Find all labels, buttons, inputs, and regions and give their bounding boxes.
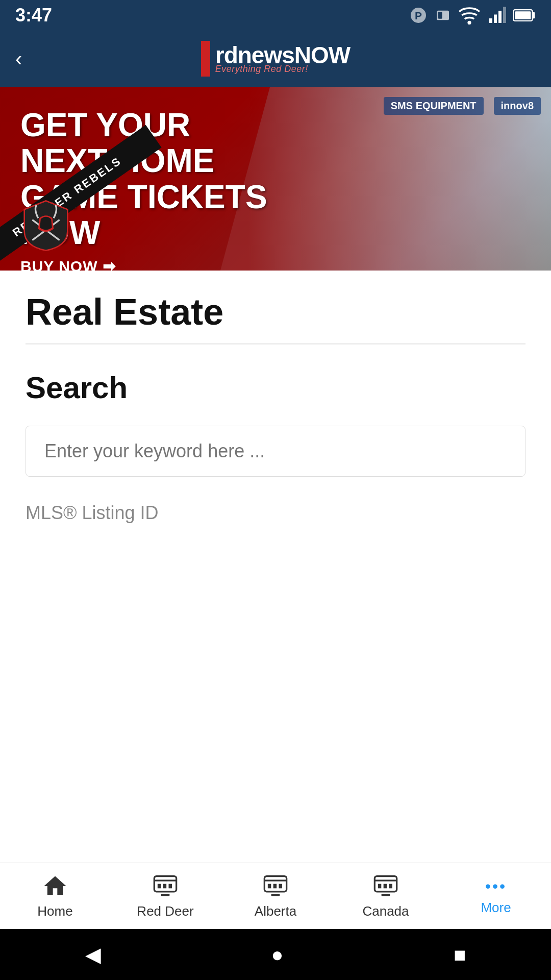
banner-buy-now: BUY NOW bbox=[20, 257, 276, 271]
logo: rdnewsNOW Everything Red Deer! bbox=[201, 41, 350, 77]
sponsors: SMS EQUIPMENT innov8 bbox=[384, 97, 541, 115]
svg-rect-7 bbox=[498, 11, 502, 23]
sponsor-innov8: innov8 bbox=[494, 97, 541, 115]
nav-label-home: Home bbox=[37, 903, 72, 919]
svg-rect-6 bbox=[494, 15, 497, 23]
svg-rect-11 bbox=[515, 11, 531, 19]
nav-label-reddeer: Red Deer bbox=[137, 903, 193, 919]
svg-point-4 bbox=[467, 21, 471, 24]
mls-label: MLS® Listing ID bbox=[26, 502, 525, 524]
search-input[interactable] bbox=[44, 440, 507, 462]
reddeer-icon bbox=[152, 873, 179, 899]
android-nav: ◀ ● ■ bbox=[0, 929, 551, 980]
svg-rect-16 bbox=[158, 884, 161, 889]
svg-rect-23 bbox=[273, 884, 277, 889]
logo-subtitle: Everything Red Deer! bbox=[215, 64, 350, 75]
notification-icon: P bbox=[409, 6, 428, 24]
media-icon bbox=[435, 7, 451, 23]
content-area: Real Estate Search MLS® Listing ID bbox=[0, 271, 551, 554]
signal-icon bbox=[488, 6, 506, 24]
android-back[interactable]: ◀ bbox=[85, 943, 101, 966]
more-icon: ••• bbox=[485, 877, 507, 896]
search-input-wrapper[interactable] bbox=[26, 426, 525, 477]
android-recent[interactable]: ■ bbox=[454, 943, 466, 966]
nav-item-reddeer[interactable]: Red Deer bbox=[110, 873, 220, 919]
svg-rect-18 bbox=[169, 884, 172, 889]
logo-bar bbox=[201, 41, 210, 77]
nav-label-canada: Canada bbox=[362, 903, 409, 919]
battery-icon bbox=[513, 8, 536, 22]
home-icon bbox=[42, 873, 68, 899]
alberta-icon bbox=[262, 873, 289, 899]
svg-rect-3 bbox=[438, 12, 442, 18]
svg-rect-24 bbox=[279, 884, 283, 889]
app-header: ‹ rdnewsNOW Everything Red Deer! bbox=[0, 31, 551, 87]
wifi-icon bbox=[458, 6, 481, 24]
canada-icon bbox=[372, 873, 399, 899]
sponsor-sms: SMS EQUIPMENT bbox=[384, 97, 484, 115]
nav-item-home[interactable]: Home bbox=[0, 873, 110, 919]
svg-rect-28 bbox=[378, 884, 382, 889]
svg-rect-19 bbox=[161, 894, 169, 896]
nav-item-more[interactable]: ••• More bbox=[441, 877, 551, 916]
svg-rect-25 bbox=[271, 894, 280, 896]
android-home[interactable]: ● bbox=[271, 943, 283, 966]
back-button[interactable]: ‹ bbox=[15, 48, 22, 69]
search-title: Search bbox=[26, 370, 525, 405]
status-bar: 3:47 P bbox=[0, 0, 551, 31]
page-title: Real Estate bbox=[26, 291, 525, 345]
rebels-shield-svg bbox=[18, 197, 74, 253]
svg-rect-30 bbox=[389, 884, 393, 889]
nav-label-alberta: Alberta bbox=[255, 903, 296, 919]
status-time: 3:47 bbox=[15, 5, 52, 26]
svg-rect-31 bbox=[381, 894, 390, 896]
svg-rect-29 bbox=[384, 884, 387, 889]
svg-rect-8 bbox=[503, 7, 506, 23]
bottom-nav: Home Red Deer Alberta bbox=[0, 863, 551, 929]
svg-rect-5 bbox=[489, 18, 492, 23]
rebels-logo bbox=[15, 194, 77, 255]
svg-rect-10 bbox=[533, 12, 535, 18]
nav-item-canada[interactable]: Canada bbox=[331, 873, 441, 919]
status-icons: P bbox=[409, 6, 536, 24]
svg-rect-22 bbox=[268, 884, 271, 889]
nav-item-alberta[interactable]: Alberta bbox=[220, 873, 331, 919]
banner-ad[interactable]: SMS EQUIPMENT innov8 GET YOUR NEXT HOME … bbox=[0, 87, 551, 271]
nav-label-more: More bbox=[481, 900, 511, 916]
logo-inner: rdnewsNOW Everything Red Deer! bbox=[215, 43, 350, 75]
svg-rect-17 bbox=[163, 884, 167, 889]
svg-text:P: P bbox=[415, 10, 422, 21]
